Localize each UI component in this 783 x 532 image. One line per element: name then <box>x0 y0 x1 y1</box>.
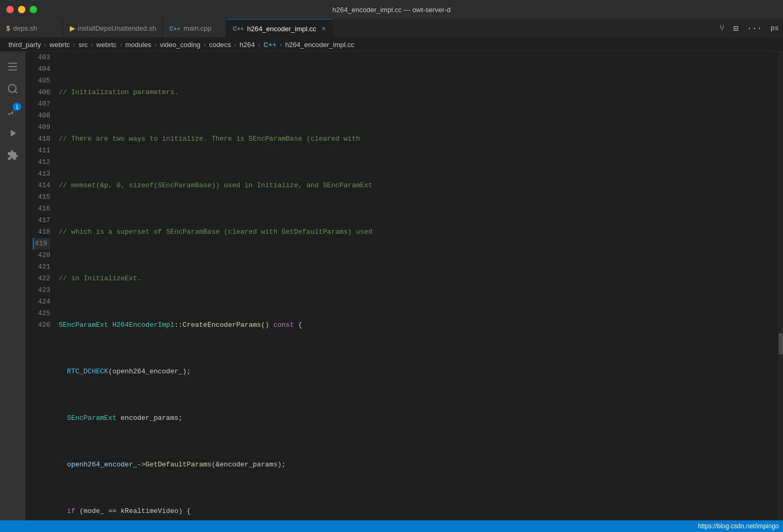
main-layout: 1 403 404 405 406 407 408 409 4 <box>0 52 783 520</box>
code-area[interactable]: 403 404 405 406 407 408 409 410 411 412 … <box>25 52 783 520</box>
sep1: › <box>44 41 46 49</box>
maximize-button[interactable] <box>30 6 37 13</box>
explorer-icon[interactable] <box>2 56 23 77</box>
code-line-403: // Initialization parameters. <box>59 87 778 98</box>
svg-line-1 <box>15 91 17 93</box>
tab-h264-label: h264_encoder_impl.cc <box>247 25 316 33</box>
sep4: › <box>120 41 122 49</box>
breadcrumb-video-coding[interactable]: video_coding <box>160 41 201 49</box>
breadcrumb-cpp-lang[interactable]: C++ <box>263 41 277 49</box>
tab-install[interactable]: ▶ installDepsUnattended.sh <box>63 19 163 38</box>
run-icon[interactable] <box>2 123 23 144</box>
more-actions-icon[interactable]: ··· <box>745 22 764 35</box>
tab-bar: $ deps.sh ▶ installDepsUnattended.sh C++… <box>0 19 783 38</box>
cpp-icon-h264: C++ <box>233 25 244 32</box>
breadcrumb-third-party[interactable]: third_party <box>8 41 41 49</box>
breadcrumb-src[interactable]: src <box>78 41 87 49</box>
extensions-icon[interactable] <box>2 145 23 166</box>
breadcrumb: third_party › webrtc › src › webrtc › mo… <box>0 38 783 52</box>
shell-icon: $ <box>6 25 10 32</box>
close-tab-icon[interactable]: × <box>322 25 326 32</box>
minimap[interactable] <box>778 52 783 520</box>
tab-deps-label: deps.sh <box>13 24 38 32</box>
code-content[interactable]: 403 404 405 406 407 408 409 410 411 412 … <box>25 52 783 520</box>
activity-bar: 1 <box>0 52 25 520</box>
sep3: › <box>91 41 93 49</box>
source-control-activity-icon[interactable]: 1 <box>2 100 23 122</box>
title-bar: h264_encoder_impl.cc — owt-server-d <box>0 0 783 19</box>
minimize-button[interactable] <box>18 6 25 13</box>
sep9: › <box>280 41 282 49</box>
code-line-405: // memset(&p, 0, sizeof(SEncParamBase)) … <box>59 180 778 191</box>
status-url: https://blog.csdn.net/impingo <box>698 522 779 530</box>
sep5: › <box>154 41 157 49</box>
breadcrumb-modules[interactable]: modules <box>125 41 151 49</box>
overflow-label: ps <box>770 24 779 32</box>
split-editor-icon[interactable]: ⊡ <box>731 21 741 36</box>
sep8: › <box>258 41 260 49</box>
traffic-lights <box>6 6 37 13</box>
code-lines[interactable]: // Initialization parameters. // There a… <box>54 52 778 520</box>
code-line-410: SEncParamExt encoder_params; <box>59 412 778 424</box>
sep2: › <box>73 41 75 49</box>
cpp-icon-main: C++ <box>169 25 180 32</box>
code-line-404: // There are two ways to initialize. The… <box>59 133 778 145</box>
code-line-406: // which is a superset of SEncParamBase … <box>59 226 778 238</box>
minimap-highlight <box>779 333 783 354</box>
tab-main[interactable]: C++ main.cpp <box>163 19 226 38</box>
tab-deps[interactable]: $ deps.sh <box>0 19 63 38</box>
search-icon[interactable] <box>2 78 23 99</box>
code-line-408: SEncParamExt H264EncoderImpl::CreateEnco… <box>59 319 778 331</box>
code-line-407: // in InitializeExt. <box>59 273 778 285</box>
sep6: › <box>204 41 206 49</box>
line-numbers: 403 404 405 406 407 408 409 410 411 412 … <box>25 52 54 520</box>
status-bar: https://blog.csdn.net/impingo <box>0 520 783 532</box>
breadcrumb-webrtc2[interactable]: webrtc <box>96 41 116 49</box>
tab-h264[interactable]: C++ h264_encoder_impl.cc × <box>226 19 333 38</box>
tab-install-label: installDepsUnattended.sh <box>78 24 156 32</box>
tab-actions: ⑂ ⊡ ··· ps <box>713 19 783 38</box>
code-line-411: openh264_encoder_->GetDefaultParams(&enc… <box>59 459 778 471</box>
svg-point-0 <box>8 85 16 93</box>
source-control-badge: 1 <box>13 103 21 111</box>
sep7: › <box>234 41 236 49</box>
window-title: h264_encoder_impl.cc — owt-server-d <box>332 6 450 14</box>
breadcrumb-codecs[interactable]: codecs <box>209 41 231 49</box>
code-line-409: RTC_DCHECK(openh264_encoder_); <box>59 366 778 378</box>
breadcrumb-filename[interactable]: h264_encoder_impl.cc <box>285 41 354 49</box>
tab-main-label: main.cpp <box>184 24 212 32</box>
breadcrumb-h264[interactable]: h264 <box>240 41 255 49</box>
source-control-icon[interactable]: ⑂ <box>717 22 727 35</box>
terminal-icon: ▶ <box>70 25 75 32</box>
close-button[interactable] <box>6 6 14 13</box>
breadcrumb-webrtc1[interactable]: webrtc <box>50 41 70 49</box>
code-line-412: if (mode_ == kRealtimeVideo) { <box>59 506 778 517</box>
